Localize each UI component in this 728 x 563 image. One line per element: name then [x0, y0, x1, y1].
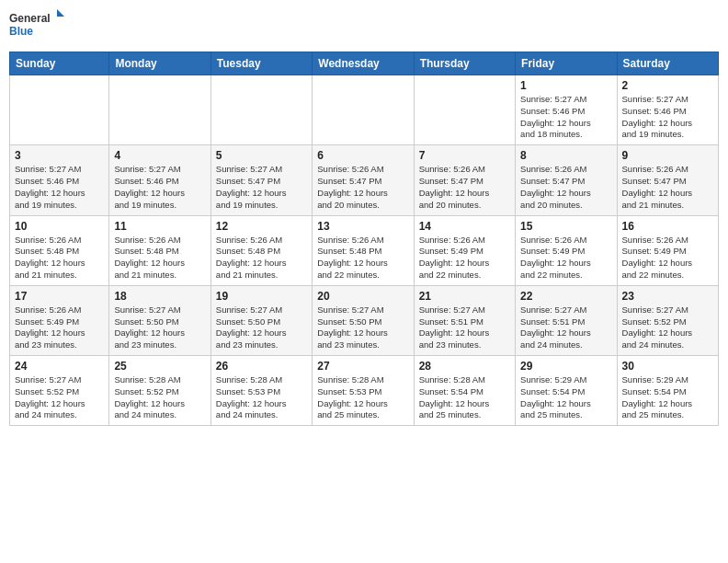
day-info: Sunrise: 5:26 AMSunset: 5:48 PMDaylight:… — [114, 235, 205, 282]
calendar-cell: 5Sunrise: 5:27 AMSunset: 5:47 PMDaylight… — [210, 145, 312, 215]
day-number: 14 — [419, 220, 510, 233]
day-number: 25 — [114, 360, 205, 373]
day-number: 24 — [15, 360, 104, 373]
calendar-cell: 4Sunrise: 5:27 AMSunset: 5:46 PMDaylight… — [109, 145, 210, 215]
calendar-cell: 18Sunrise: 5:27 AMSunset: 5:50 PMDayligh… — [109, 285, 210, 355]
day-info: Sunrise: 5:27 AMSunset: 5:50 PMDaylight:… — [114, 304, 205, 351]
calendar-cell: 19Sunrise: 5:27 AMSunset: 5:50 PMDayligh… — [210, 285, 312, 355]
calendar-cell: 23Sunrise: 5:27 AMSunset: 5:52 PMDayligh… — [617, 285, 718, 355]
calendar-cell: 24Sunrise: 5:27 AMSunset: 5:52 PMDayligh… — [10, 356, 109, 426]
calendar-week-row: 17Sunrise: 5:26 AMSunset: 5:49 PMDayligh… — [10, 285, 719, 355]
calendar-week-row: 24Sunrise: 5:27 AMSunset: 5:52 PMDayligh… — [10, 356, 719, 426]
calendar-cell: 28Sunrise: 5:28 AMSunset: 5:54 PMDayligh… — [414, 356, 515, 426]
day-number: 30 — [622, 360, 713, 373]
logo: General Blue — [9, 9, 64, 44]
calendar-cell: 10Sunrise: 5:26 AMSunset: 5:48 PMDayligh… — [10, 215, 109, 285]
day-info: Sunrise: 5:29 AMSunset: 5:54 PMDaylight:… — [520, 374, 611, 421]
calendar-header-wednesday: Wednesday — [313, 52, 414, 75]
calendar-cell — [414, 75, 515, 145]
day-info: Sunrise: 5:27 AMSunset: 5:52 PMDaylight:… — [622, 304, 713, 351]
day-number: 28 — [419, 360, 510, 373]
calendar-cell: 8Sunrise: 5:26 AMSunset: 5:47 PMDaylight… — [516, 145, 617, 215]
svg-text:Blue: Blue — [9, 25, 33, 38]
calendar-cell: 17Sunrise: 5:26 AMSunset: 5:49 PMDayligh… — [10, 285, 109, 355]
day-number: 20 — [317, 290, 408, 303]
day-info: Sunrise: 5:26 AMSunset: 5:48 PMDaylight:… — [15, 235, 104, 282]
day-number: 17 — [15, 290, 104, 303]
day-number: 26 — [216, 360, 307, 373]
calendar-week-row: 1Sunrise: 5:27 AMSunset: 5:46 PMDaylight… — [10, 75, 719, 145]
calendar-cell: 13Sunrise: 5:26 AMSunset: 5:48 PMDayligh… — [313, 215, 414, 285]
header: General Blue — [9, 9, 719, 44]
day-info: Sunrise: 5:27 AMSunset: 5:50 PMDaylight:… — [317, 304, 408, 351]
day-number: 8 — [520, 149, 611, 162]
day-info: Sunrise: 5:27 AMSunset: 5:46 PMDaylight:… — [622, 94, 713, 141]
day-number: 5 — [216, 149, 307, 162]
day-info: Sunrise: 5:27 AMSunset: 5:46 PMDaylight:… — [15, 164, 104, 211]
day-info: Sunrise: 5:29 AMSunset: 5:54 PMDaylight:… — [622, 374, 713, 421]
calendar-header-row: SundayMondayTuesdayWednesdayThursdayFrid… — [10, 52, 719, 75]
calendar-cell: 15Sunrise: 5:26 AMSunset: 5:49 PMDayligh… — [516, 215, 617, 285]
day-info: Sunrise: 5:26 AMSunset: 5:49 PMDaylight:… — [419, 235, 510, 282]
day-number: 27 — [317, 360, 408, 373]
logo-svg: General Blue — [9, 9, 64, 44]
day-info: Sunrise: 5:27 AMSunset: 5:47 PMDaylight:… — [216, 164, 307, 211]
day-number: 11 — [114, 220, 205, 233]
day-info: Sunrise: 5:26 AMSunset: 5:47 PMDaylight:… — [520, 164, 611, 211]
day-info: Sunrise: 5:26 AMSunset: 5:47 PMDaylight:… — [317, 164, 408, 211]
calendar-cell: 27Sunrise: 5:28 AMSunset: 5:53 PMDayligh… — [313, 356, 414, 426]
calendar-cell: 21Sunrise: 5:27 AMSunset: 5:51 PMDayligh… — [414, 285, 515, 355]
day-number: 7 — [419, 149, 510, 162]
calendar-header-friday: Friday — [516, 52, 617, 75]
calendar-cell: 16Sunrise: 5:26 AMSunset: 5:49 PMDayligh… — [617, 215, 718, 285]
day-number: 12 — [216, 220, 307, 233]
calendar-cell: 3Sunrise: 5:27 AMSunset: 5:46 PMDaylight… — [10, 145, 109, 215]
day-number: 4 — [114, 149, 205, 162]
day-info: Sunrise: 5:26 AMSunset: 5:47 PMDaylight:… — [622, 164, 713, 211]
calendar-cell: 30Sunrise: 5:29 AMSunset: 5:54 PMDayligh… — [617, 356, 718, 426]
day-info: Sunrise: 5:26 AMSunset: 5:49 PMDaylight:… — [15, 304, 104, 351]
day-info: Sunrise: 5:26 AMSunset: 5:48 PMDaylight:… — [317, 235, 408, 282]
calendar-header-sunday: Sunday — [10, 52, 109, 75]
day-info: Sunrise: 5:27 AMSunset: 5:52 PMDaylight:… — [15, 374, 104, 421]
day-number: 2 — [622, 79, 713, 92]
day-number: 21 — [419, 290, 510, 303]
page-container: General Blue SundayMondayTuesdayWednesda… — [0, 0, 728, 435]
calendar-cell: 14Sunrise: 5:26 AMSunset: 5:49 PMDayligh… — [414, 215, 515, 285]
calendar-cell: 26Sunrise: 5:28 AMSunset: 5:53 PMDayligh… — [210, 356, 312, 426]
calendar-cell — [109, 75, 210, 145]
svg-marker-2 — [57, 9, 64, 17]
calendar-cell — [10, 75, 109, 145]
calendar-cell: 20Sunrise: 5:27 AMSunset: 5:50 PMDayligh… — [313, 285, 414, 355]
day-info: Sunrise: 5:28 AMSunset: 5:52 PMDaylight:… — [114, 374, 205, 421]
calendar-cell: 22Sunrise: 5:27 AMSunset: 5:51 PMDayligh… — [516, 285, 617, 355]
day-info: Sunrise: 5:28 AMSunset: 5:54 PMDaylight:… — [419, 374, 510, 421]
calendar-cell: 29Sunrise: 5:29 AMSunset: 5:54 PMDayligh… — [516, 356, 617, 426]
calendar-cell — [313, 75, 414, 145]
day-info: Sunrise: 5:27 AMSunset: 5:51 PMDaylight:… — [520, 304, 611, 351]
day-number: 6 — [317, 149, 408, 162]
day-number: 22 — [520, 290, 611, 303]
day-number: 3 — [15, 149, 104, 162]
svg-text:General: General — [9, 12, 51, 25]
day-number: 19 — [216, 290, 307, 303]
day-number: 23 — [622, 290, 713, 303]
calendar-header-thursday: Thursday — [414, 52, 515, 75]
day-info: Sunrise: 5:26 AMSunset: 5:47 PMDaylight:… — [419, 164, 510, 211]
calendar-week-row: 10Sunrise: 5:26 AMSunset: 5:48 PMDayligh… — [10, 215, 719, 285]
calendar: SundayMondayTuesdayWednesdayThursdayFrid… — [9, 52, 719, 426]
calendar-cell: 7Sunrise: 5:26 AMSunset: 5:47 PMDaylight… — [414, 145, 515, 215]
day-number: 9 — [622, 149, 713, 162]
day-info: Sunrise: 5:26 AMSunset: 5:49 PMDaylight:… — [622, 235, 713, 282]
day-number: 29 — [520, 360, 611, 373]
day-info: Sunrise: 5:28 AMSunset: 5:53 PMDaylight:… — [216, 374, 307, 421]
calendar-cell: 2Sunrise: 5:27 AMSunset: 5:46 PMDaylight… — [617, 75, 718, 145]
calendar-cell — [210, 75, 312, 145]
calendar-header-tuesday: Tuesday — [210, 52, 312, 75]
calendar-cell: 6Sunrise: 5:26 AMSunset: 5:47 PMDaylight… — [313, 145, 414, 215]
calendar-cell: 9Sunrise: 5:26 AMSunset: 5:47 PMDaylight… — [617, 145, 718, 215]
day-info: Sunrise: 5:26 AMSunset: 5:48 PMDaylight:… — [216, 235, 307, 282]
day-info: Sunrise: 5:28 AMSunset: 5:53 PMDaylight:… — [317, 374, 408, 421]
calendar-header-monday: Monday — [109, 52, 210, 75]
calendar-cell: 1Sunrise: 5:27 AMSunset: 5:46 PMDaylight… — [516, 75, 617, 145]
